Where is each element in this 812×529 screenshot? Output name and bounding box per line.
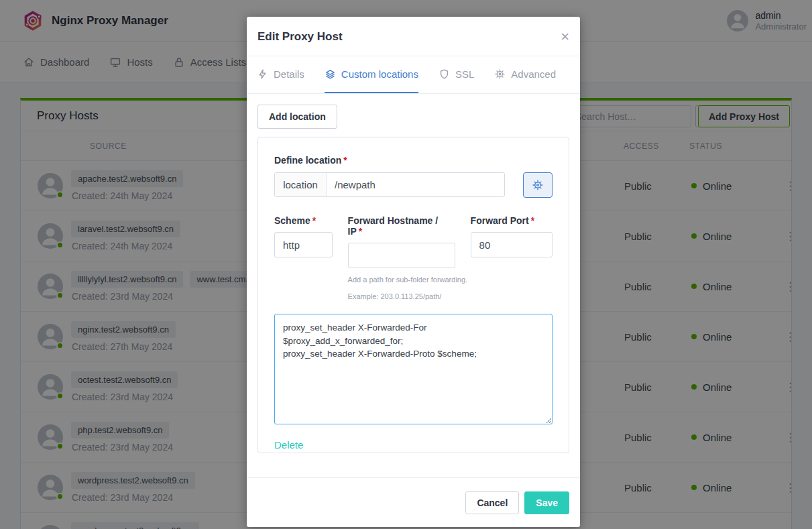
gear-icon [532,179,544,191]
close-icon[interactable]: × [561,17,569,56]
tab-details[interactable]: Details [257,56,304,93]
tab-custom-locations[interactable]: Custom locations [325,56,418,93]
hostname-example-text: Example: 203.0.113.25/path/ [348,292,455,300]
save-button[interactable]: Save [524,491,569,514]
shield-icon [439,68,450,80]
modal-title: Edit Proxy Host [257,17,343,56]
modal-footer: Cancel Save [247,477,580,527]
scheme-label: Scheme* [274,215,333,226]
define-location-label: Define location* [274,155,553,166]
modal-tabs: Details Custom locations SSL Advanced [247,56,580,94]
forward-port-input[interactable] [471,232,553,257]
edit-proxy-host-modal: Edit Proxy Host × Details Custom locatio… [247,17,580,527]
tab-label: Advanced [511,68,556,80]
required-asterisk: * [359,226,362,237]
required-asterisk: * [531,215,534,226]
required-asterisk: * [343,155,347,166]
location-path-input[interactable] [327,173,504,196]
scheme-input[interactable] [274,232,333,257]
layers-icon [325,68,336,80]
location-prefix: location [275,173,327,196]
page-background: Nginx Proxy Manager admin Administrator … [0,0,812,529]
forward-port-label: Forward Port* [471,215,553,226]
add-location-button[interactable]: Add location [257,105,337,129]
tab-label: SSL [455,68,474,80]
tab-label: Custom locations [341,68,418,80]
tab-label: Details [274,68,304,80]
location-card: Define location* location Scheme* [257,137,569,453]
location-path-group: location [274,172,505,197]
delete-location-link[interactable]: Delete [274,439,303,451]
hostname-help-text: Add a path for sub-folder forwarding. [348,276,455,284]
gear-icon [494,68,506,80]
tab-advanced[interactable]: Advanced [494,56,556,93]
lightning-icon [257,68,268,80]
location-settings-button[interactable] [523,172,553,198]
forward-hostname-input[interactable] [348,243,455,268]
modal-header: Edit Proxy Host × [247,17,580,56]
tab-ssl[interactable]: SSL [439,56,474,93]
required-asterisk: * [312,215,316,226]
forward-hostname-label: Forward Hostname / IP* [348,215,455,237]
modal-body: Add location Define location* location [247,94,580,464]
location-advanced-config-textarea[interactable]: proxy_set_header X-Forwarded-For $proxy_… [274,314,553,424]
cancel-button[interactable]: Cancel [465,491,519,514]
